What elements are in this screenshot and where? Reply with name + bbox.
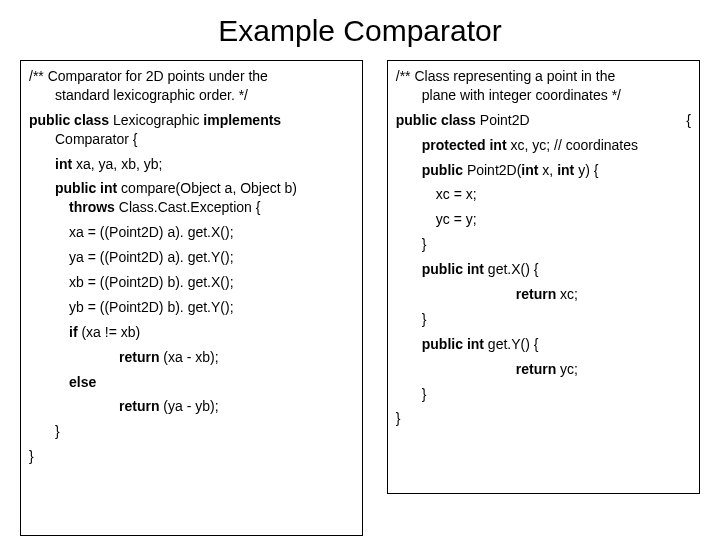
text: xb = ((Point2D) b). get.X(); — [69, 274, 234, 290]
text: Comparator { — [55, 131, 137, 147]
text: Point2D — [476, 112, 530, 128]
kw: else — [69, 374, 96, 390]
code-line: return xc; — [396, 285, 691, 304]
code-line: return (ya - yb); — [29, 397, 354, 416]
code-line: return yc; — [396, 360, 691, 379]
kw: public int — [422, 261, 484, 277]
comment: /** Class representing a point in the — [396, 68, 615, 84]
code-line: xb = ((Point2D) b). get.X(); — [29, 273, 354, 292]
text: } — [422, 236, 427, 252]
text: ya = ((Point2D) a). get.Y(); — [69, 249, 234, 265]
slide-title: Example Comparator — [20, 14, 700, 48]
code-line: else — [29, 373, 354, 392]
code-line: public int compare(Object a, Object b) — [29, 179, 354, 198]
code-line: standard lexicographic order. */ — [29, 86, 354, 105]
text: Lexicographic — [109, 112, 203, 128]
text: (ya - yb); — [159, 398, 218, 414]
code-line: protected int xc, yc; // coordinates — [396, 136, 691, 155]
text: } — [55, 423, 60, 439]
code-line: public Point2D(int x, int y) { — [396, 161, 691, 180]
code-line: } — [396, 310, 691, 329]
code-line: xc = x; — [396, 185, 691, 204]
kw: int — [557, 162, 574, 178]
text: yc = y; — [436, 211, 477, 227]
kw: public class — [29, 112, 109, 128]
comment: /** Comparator for 2D points under the — [29, 68, 268, 84]
kw: public int — [422, 336, 484, 352]
text: { — [686, 111, 691, 130]
kw: protected int — [422, 137, 507, 153]
kw: public int — [55, 180, 117, 196]
code-line: public class Point2D{ — [396, 111, 691, 130]
comment: plane with integer coordinates */ — [422, 87, 621, 103]
code-line: /** Comparator for 2D points under the — [29, 67, 354, 86]
code-line: return (xa - xb); — [29, 348, 354, 367]
comment: standard lexicographic order. */ — [55, 87, 248, 103]
kw: implements — [203, 112, 281, 128]
text: } — [422, 311, 427, 327]
text: get.X() { — [484, 261, 538, 277]
text: yb = ((Point2D) b). get.Y(); — [69, 299, 234, 315]
slide: Example Comparator /** Comparator for 2D… — [0, 0, 720, 540]
text: xa = ((Point2D) a). get.X(); — [69, 224, 234, 240]
code-line: yc = y; — [396, 210, 691, 229]
text: (xa - xb); — [159, 349, 218, 365]
text: get.Y() { — [484, 336, 538, 352]
text: (xa != xb) — [78, 324, 141, 340]
text: } — [29, 448, 34, 464]
text: xa, ya, xb, yb; — [72, 156, 162, 172]
code-line: } — [396, 235, 691, 254]
kw: return — [119, 398, 159, 414]
text: } — [422, 386, 427, 402]
kw: return — [119, 349, 159, 365]
text: y) { — [574, 162, 598, 178]
code-line: public int get.Y() { — [396, 335, 691, 354]
kw: public — [422, 162, 463, 178]
text: Class.Cast.Exception { — [115, 199, 261, 215]
code-line: } — [29, 422, 354, 441]
kw: throws — [69, 199, 115, 215]
code-line: } — [396, 409, 691, 428]
text: compare(Object a, Object b) — [117, 180, 297, 196]
kw: if — [69, 324, 78, 340]
columns: /** Comparator for 2D points under the s… — [20, 60, 700, 536]
text: xc; — [556, 286, 578, 302]
kw: int — [521, 162, 538, 178]
code-line: plane with integer coordinates */ — [396, 86, 691, 105]
kw: return — [516, 361, 556, 377]
text: x, — [538, 162, 557, 178]
code-line: ya = ((Point2D) a). get.Y(); — [29, 248, 354, 267]
kw: int — [55, 156, 72, 172]
code-line: throws Class.Cast.Exception { — [29, 198, 354, 217]
code-left: /** Comparator for 2D points under the s… — [20, 60, 363, 536]
code-line: Comparator { — [29, 130, 354, 149]
kw: public class — [396, 112, 476, 128]
code-line: int xa, ya, xb, yb; — [29, 155, 354, 174]
text: yc; — [556, 361, 578, 377]
code-line: /** Class representing a point in the — [396, 67, 691, 86]
code-line: } — [29, 447, 354, 466]
text: xc, yc; // coordinates — [507, 137, 639, 153]
code-right: /** Class representing a point in the pl… — [387, 60, 700, 494]
code-line: } — [396, 385, 691, 404]
text: } — [396, 410, 401, 426]
text: Point2D( — [463, 162, 521, 178]
code-line: public class Lexicographic implements — [29, 111, 354, 130]
code-line: if (xa != xb) — [29, 323, 354, 342]
code-line: yb = ((Point2D) b). get.Y(); — [29, 298, 354, 317]
text: xc = x; — [436, 186, 477, 202]
kw: return — [516, 286, 556, 302]
code-line: public int get.X() { — [396, 260, 691, 279]
code-line: xa = ((Point2D) a). get.X(); — [29, 223, 354, 242]
